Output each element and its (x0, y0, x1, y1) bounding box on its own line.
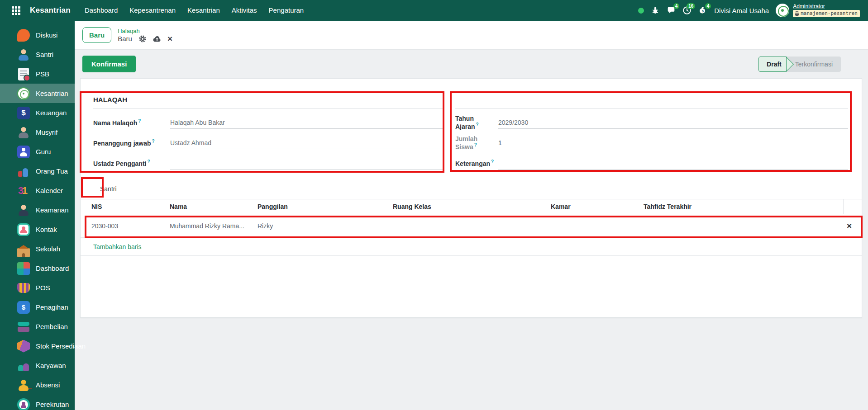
company-switcher[interactable]: Divisi Amal Usaha (714, 7, 769, 14)
psb-icon (18, 68, 29, 80)
apps-menu-icon[interactable] (9, 4, 23, 17)
action-strip: Konfirmasi Draft Terkonfirmasi (75, 50, 868, 78)
sidebar-item-orang-tua[interactable]: Orang Tua (0, 161, 75, 181)
sidebar-item-perekrutan[interactable]: Perekrutan (0, 395, 75, 410)
approvals-money-icon[interactable]: $ 4 (698, 6, 707, 15)
penanggung-jawab-label: Penanggung jawab? (93, 139, 170, 147)
sidebar-item-kesantrian[interactable]: Kesantrian (0, 84, 75, 103)
kontak-icon (17, 223, 30, 236)
settings-gear-icon[interactable] (138, 35, 147, 43)
save-cloud-icon[interactable] (153, 35, 161, 43)
help-icon[interactable]: ? (491, 159, 494, 164)
kalender-icon (17, 184, 30, 197)
header-delete-column (843, 199, 862, 214)
cell-panggilan[interactable]: Rizky (258, 222, 393, 230)
penanggung-jawab-input[interactable]: Ustadz Ahmad (170, 137, 444, 149)
header-ruang-kelas[interactable]: Ruang Kelas (393, 203, 551, 210)
activities-badge: 16 (687, 3, 695, 9)
discard-icon[interactable]: × (167, 35, 172, 43)
avatar[interactable] (776, 4, 789, 17)
sidebar-item-kontak[interactable]: Kontak (0, 220, 75, 239)
sidebar-item-pembelian[interactable]: Pembelian (0, 317, 75, 336)
confirm-button[interactable]: Konfirmasi (82, 56, 136, 72)
keterangan-label: Keterangan? (455, 159, 498, 167)
menu-kepesantrenan[interactable]: Kepesantrenan (124, 0, 181, 21)
sidebar-item-santri[interactable]: Santri (0, 45, 75, 64)
tahun-ajaran-input[interactable]: 2029/2030 (498, 116, 848, 129)
status-draft[interactable]: Draft (758, 57, 787, 72)
top-navbar: Kesantrian Dashboard Kepesantrenan Kesan… (0, 0, 868, 21)
sidebar-item-karyawan[interactable]: Karyawan (0, 356, 75, 375)
activities-clock-icon[interactable]: 16 (682, 6, 692, 15)
app-sidebar: Diskusi Santri PSB Kesantrian Keuangan M… (0, 21, 75, 410)
breadcrumb-model[interactable]: Halaqah (118, 28, 172, 34)
database-icon (795, 11, 799, 16)
perekrutan-icon (17, 398, 30, 410)
menu-aktivitas[interactable]: Aktivitas (226, 0, 263, 21)
orang-tua-icon (17, 165, 30, 178)
help-icon[interactable]: ? (147, 159, 150, 164)
delete-row-icon[interactable]: × (847, 221, 852, 231)
breadcrumb-record: Baru (118, 35, 132, 43)
tab-santri[interactable]: Santri (92, 181, 125, 197)
sidebar-item-musyrif[interactable]: Musyrif (0, 123, 75, 142)
sidebar-item-stok-persediaan[interactable]: Stok Persediaan (0, 336, 75, 356)
header-panggilan[interactable]: Panggilan (258, 203, 393, 210)
group-detail: Tahun Ajaran? 2029/2030 Jumlah Siswa? 1 … (455, 93, 848, 173)
header-kamar[interactable]: Kamar (551, 203, 644, 210)
table-row[interactable]: 2030-003 Muhammad Rizky Rama... Rizky × (81, 214, 862, 238)
sidebar-item-keamanan[interactable]: Keamanan (0, 200, 75, 220)
sidebar-item-psb[interactable]: PSB (0, 64, 75, 84)
messages-icon[interactable]: 4 (667, 6, 676, 15)
menu-kesantrian[interactable]: Kesantrian (181, 0, 226, 21)
field-jumlah-siswa: Jumlah Siswa? 1 (455, 132, 848, 153)
statusbar: Draft Terkonfirmasi (758, 57, 841, 72)
keterangan-input[interactable] (498, 157, 848, 170)
navbar-left: Kesantrian Dashboard Kepesantrenan Kesan… (6, 0, 310, 21)
sidebar-item-diskusi[interactable]: Diskusi (0, 25, 75, 45)
sidebar-item-keuangan[interactable]: Keuangan (0, 103, 75, 123)
database-badge: manajemen-pesantren (793, 10, 860, 17)
nama-halaqoh-input[interactable]: Halaqah Abu Bakar (170, 116, 444, 129)
header-nis[interactable]: NIS (81, 203, 170, 210)
status-terkonfirmasi[interactable]: Terkonfirmasi (792, 57, 841, 72)
cell-nama[interactable]: Muhammad Rizky Rama... (170, 222, 258, 230)
absensi-icon (17, 379, 30, 391)
field-tahun-ajaran: Tahun Ajaran? 2029/2030 (455, 112, 848, 132)
breadcrumb: Halaqah Baru × (118, 28, 172, 43)
sidebar-item-pos[interactable]: POS (0, 278, 75, 297)
sidebar-item-sekolah[interactable]: Sekolah (0, 239, 75, 259)
menu-pengaturan[interactable]: Pengaturan (263, 0, 310, 21)
menu-dashboard[interactable]: Dashboard (79, 0, 124, 21)
add-row-link[interactable]: Tambahkan baris (93, 243, 142, 250)
user-menu[interactable]: Administrator manajemen-pesantren (776, 4, 860, 17)
sidebar-item-penagihan[interactable]: Penagihan (0, 297, 75, 317)
help-icon[interactable]: ? (152, 139, 155, 144)
header-nama[interactable]: Nama (170, 203, 258, 210)
cell-nis[interactable]: 2030-003 (81, 222, 170, 230)
sidebar-item-absensi[interactable]: Absensi (0, 375, 75, 395)
field-ustadz-pengganti: Ustadz Pengganti? (93, 153, 444, 173)
ustadz-pengganti-input[interactable] (170, 157, 444, 170)
keamanan-icon (17, 204, 30, 217)
user-meta: Administrator manajemen-pesantren (793, 4, 860, 17)
sidebar-item-guru[interactable]: Guru (0, 142, 75, 161)
database-name: manajemen-pesantren (801, 10, 858, 17)
bug-icon[interactable] (651, 6, 660, 15)
username: Administrator (793, 4, 825, 9)
help-icon[interactable]: ? (476, 122, 479, 127)
sidebar-item-kalender[interactable]: Kalender (0, 181, 75, 200)
karyawan-icon (17, 359, 30, 372)
diskusi-icon (17, 29, 30, 42)
field-keterangan: Keterangan? (455, 153, 848, 173)
sidebar-item-dashboard[interactable]: Dashboard (0, 259, 75, 278)
header-tahfidz-terakhir[interactable]: Tahfidz Terakhir (644, 203, 843, 210)
breadcrumb-record-row: Baru × (118, 35, 172, 43)
help-icon[interactable]: ? (138, 118, 141, 123)
online-status-dot (638, 8, 644, 14)
stok-persediaan-icon (17, 340, 30, 353)
new-button[interactable]: Baru (82, 27, 111, 43)
sekolah-icon (17, 248, 30, 257)
help-icon[interactable]: ? (474, 142, 477, 147)
app-brand[interactable]: Kesantrian (30, 6, 71, 15)
